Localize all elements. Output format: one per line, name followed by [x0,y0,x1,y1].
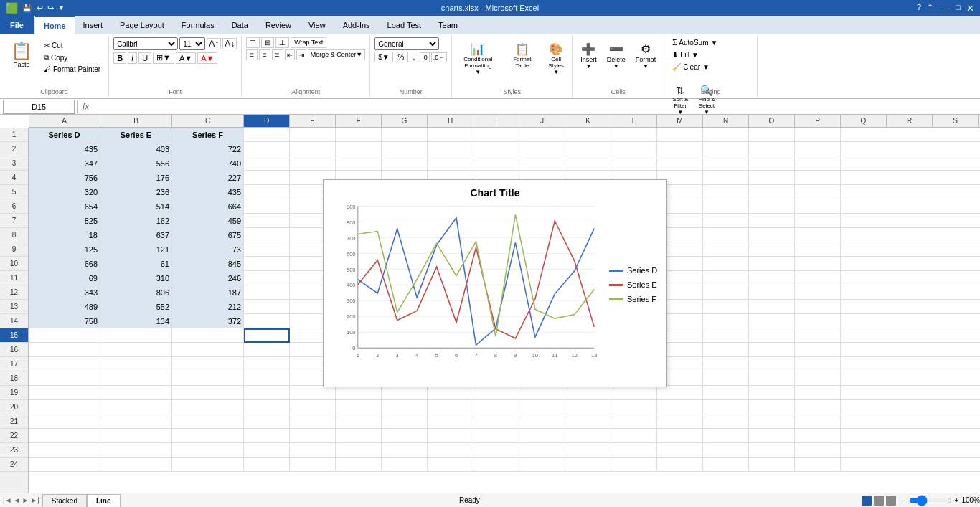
cell-r12-cB[interactable]: 806 [100,285,172,300]
cell-r4-c14[interactable] [749,171,795,185]
cell-r1-c5[interactable] [336,128,382,142]
percent-btn[interactable]: % [395,52,408,62]
cell-r15-c14[interactable] [749,328,795,343]
cell-r3-c5[interactable] [336,156,382,171]
cell-r3-c10[interactable] [565,156,611,171]
sheet-next-btn[interactable]: ► [22,496,29,504]
cell-r20-c7[interactable] [428,400,473,414]
cell-r13-c15[interactable] [795,300,841,314]
cell-r9-c14[interactable] [749,242,795,257]
increase-font-btn[interactable]: A↑ [207,38,221,49]
normal-view-icon[interactable] [862,496,872,506]
row-header-8[interactable]: 8 [0,228,28,242]
cell-r1-c9[interactable] [519,128,565,142]
cell-r22-c11[interactable] [611,429,657,443]
cell-r18-c2[interactable] [172,371,244,386]
cell-r20-c3[interactable] [244,400,290,414]
row-header-2[interactable]: 2 [0,142,28,156]
cell-r5-cD[interactable] [244,185,290,199]
cell-r19-c2[interactable] [172,386,244,400]
cell-r18-c13[interactable] [703,371,749,386]
cell-r22-c1[interactable] [100,429,172,443]
conditional-formatting-button[interactable]: 📊 Conditional Formatting ▼ [456,40,499,77]
tab-team[interactable]: Team [430,16,466,34]
cell-r8-cB[interactable]: 637 [100,228,172,242]
cell-r19-c15[interactable] [795,386,841,400]
cell-r7-cD[interactable] [244,214,290,228]
cell-r20-c15[interactable] [795,400,841,414]
cell-r1-c7[interactable] [428,128,473,142]
cell-r17-c0[interactable] [29,357,100,371]
cell-r24-c6[interactable] [382,458,428,472]
row-header-24[interactable]: 24 [0,458,28,472]
cell-r9-cC[interactable]: 73 [172,242,244,257]
cell-r17-c3[interactable] [244,357,290,371]
cell-r2-cD[interactable] [244,142,290,156]
cell-r2-c10[interactable] [565,142,611,156]
cell-r23-c4[interactable] [290,443,336,458]
col-header-o[interactable]: O [749,115,795,127]
cell-r12-cC[interactable]: 187 [172,285,244,300]
cell-r20-c0[interactable] [29,400,100,414]
cell-r21-c10[interactable] [565,414,611,429]
cell-r19-c1[interactable] [100,386,172,400]
cell-r19-c5[interactable] [336,386,382,400]
cell-r24-c7[interactable] [428,458,473,472]
cell-r24-c13[interactable] [703,458,749,472]
cell-r13-cD[interactable] [244,300,290,314]
cell-r12-cD[interactable] [244,285,290,300]
row-header-4[interactable]: 4 [0,171,28,185]
cell-r23-c9[interactable] [519,443,565,458]
cell-r18-c14[interactable] [749,371,795,386]
cell-r19-c6[interactable] [382,386,428,400]
italic-btn[interactable]: I [128,52,137,64]
cell-r10-cB[interactable]: 61 [100,257,172,271]
cell-r1-c8[interactable] [473,128,519,142]
cell-r2-c7[interactable] [428,142,473,156]
cell-r24-c15[interactable] [795,458,841,472]
col-header-b[interactable]: B [100,115,172,127]
cell-r3-c11[interactable] [611,156,657,171]
col-header-p[interactable]: P [795,115,841,127]
row-header-5[interactable]: 5 [0,185,28,199]
insert-button[interactable]: ➕ Insert ▼ [577,40,600,72]
row-header-11[interactable]: 11 [0,271,28,285]
cell-r21-c12[interactable] [657,414,703,429]
row-header-18[interactable]: 18 [0,371,28,386]
sheet-prev-btn[interactable]: ◄ [14,496,21,504]
cell-r4-cD[interactable] [244,171,290,185]
cell-r19-c12[interactable] [657,386,703,400]
cell-r6-c14[interactable] [749,199,795,214]
cell-r19-c13[interactable] [703,386,749,400]
cell-r24-c1[interactable] [100,458,172,472]
cell-r12-c14[interactable] [749,285,795,300]
cell-r11-cB[interactable]: 310 [100,271,172,285]
cell-r1-cB[interactable]: Series E [100,128,172,142]
cell-r3-c6[interactable] [382,156,428,171]
row-header-17[interactable]: 17 [0,357,28,371]
cell-r10-c15[interactable] [795,257,841,271]
col-header-k[interactable]: K [565,115,611,127]
cell-r16-c13[interactable] [703,343,749,357]
cell-r20-c14[interactable] [749,400,795,414]
cell-r11-cA[interactable]: 69 [29,271,100,285]
cell-r4-cA[interactable]: 756 [29,171,100,185]
cell-r21-c4[interactable] [290,414,336,429]
cell-r3-c9[interactable] [519,156,565,171]
cell-r23-c15[interactable] [795,443,841,458]
cell-r18-c3[interactable] [244,371,290,386]
cell-r13-c14[interactable] [749,300,795,314]
cell-r10-cA[interactable]: 668 [29,257,100,271]
cell-r21-c9[interactable] [519,414,565,429]
cell-r19-c14[interactable] [749,386,795,400]
cell-r1-c4[interactable] [290,128,336,142]
cell-r5-cB[interactable]: 236 [100,185,172,199]
cell-r9-cD[interactable] [244,242,290,257]
cell-r2-c5[interactable] [336,142,382,156]
cell-r9-c13[interactable] [703,242,749,257]
cell-r21-c0[interactable] [29,414,100,429]
col-header-f[interactable]: F [336,115,382,127]
cell-r22-c2[interactable] [172,429,244,443]
cell-r11-c14[interactable] [749,271,795,285]
cell-r4-c13[interactable] [703,171,749,185]
